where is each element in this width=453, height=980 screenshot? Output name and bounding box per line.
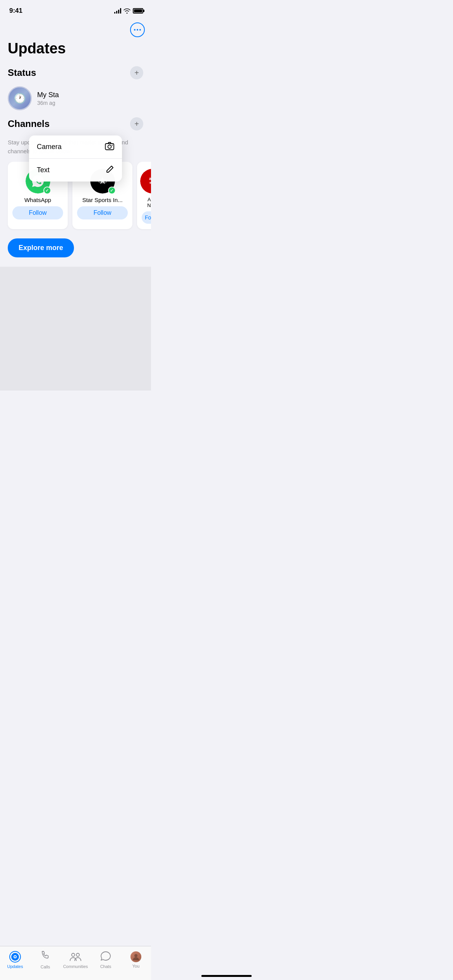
verified-badge-star: ✓ [108,187,116,194]
channels-plus-icon: + [134,120,139,128]
plus-icon: + [134,69,139,77]
signal-icon [114,8,121,14]
status-bar: 9:41 [0,0,151,19]
header [0,19,151,37]
battery-icon [133,8,143,14]
channels-section-header: Channels + [0,114,151,134]
text-label: Text [37,166,50,174]
star-sports-follow-button[interactable]: Follow [77,206,128,219]
pencil-icon [106,165,114,175]
more-dots-icon [134,29,141,31]
svg-point-2 [112,145,113,146]
svg-rect-0 [105,144,114,150]
abp-channel-card[interactable]: abpन्यूज़ ✓ ABP Ne... Follow [137,162,151,229]
camera-label: Camera [37,143,62,151]
status-name: My Sta [37,91,59,99]
svg-point-1 [108,145,112,149]
status-section-title: Status [8,67,36,78]
status-avatar: 🕐 [8,86,32,110]
abp-channel-name: ABP Ne... [142,197,151,208]
abp-follow-button[interactable]: Follow [142,211,151,224]
status-time: 9:41 [9,7,22,15]
text-menu-item[interactable]: Text [29,159,122,182]
dropdown-menu: Camera Text [29,135,122,182]
wifi-icon [124,9,130,14]
abp-logo: abpन्यूज़ ✓ [140,169,151,194]
status-info: My Sta 36m ag [37,91,59,106]
camera-menu-item[interactable]: Camera [29,135,122,159]
status-time-ago: 36m ag [37,100,59,106]
more-button[interactable] [130,22,145,37]
whatsapp-channel-name: WhatsApp [24,197,51,203]
add-status-button[interactable]: + [130,66,143,79]
status-section-header: Status + [0,63,151,82]
status-icons [114,8,143,14]
verified-badge-whatsapp: ✓ [43,187,51,194]
grey-content-area [0,267,151,391]
page-title: Updates [0,37,151,63]
star-sports-channel-name: Star Sports In... [82,197,122,203]
camera-icon [105,142,114,152]
channels-section-title: Channels [8,118,50,129]
explore-more-button[interactable]: Explore more [8,238,74,257]
whatsapp-follow-button[interactable]: Follow [12,206,63,219]
my-status-item[interactable]: 🕐 My Sta 36m ag [0,82,151,114]
add-channel-button[interactable]: + [130,117,143,130]
